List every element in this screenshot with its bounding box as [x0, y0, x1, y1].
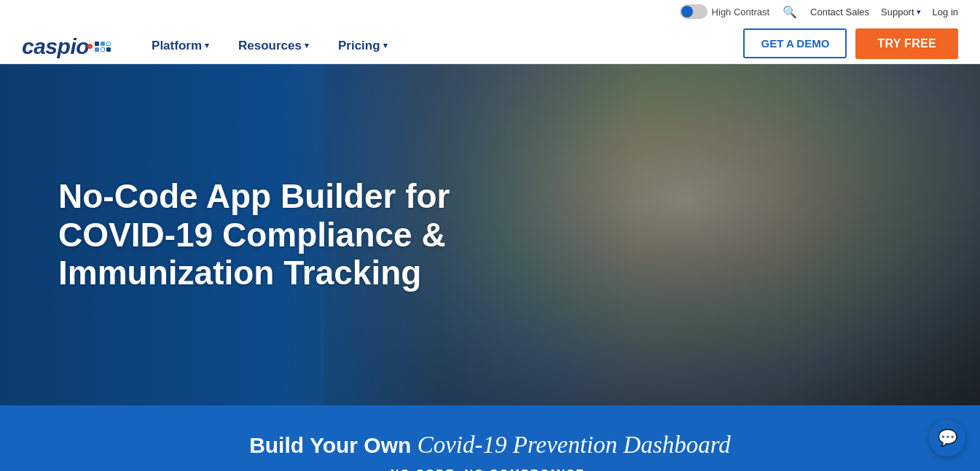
contact-sales-link[interactable]: Contact Sales: [810, 7, 869, 17]
high-contrast-label: High Contrast: [712, 7, 769, 17]
login-link[interactable]: Log in: [933, 7, 958, 17]
platform-chevron-icon: ▾: [205, 41, 209, 50]
hero-title: No-Code App Builder for COVID-19 Complia…: [58, 177, 532, 293]
hero-section: No-Code App Builder for COVID-19 Complia…: [0, 64, 980, 405]
dash-right-icon: —: [598, 467, 613, 471]
blue-cta-section: Build Your Own Covid-19 Prevention Dashb…: [0, 405, 980, 471]
pricing-chevron-icon: ▾: [383, 41, 388, 50]
toggle-track[interactable]: [680, 4, 707, 19]
site-header: High Contrast 🔍 Contact Sales Support ▾ …: [0, 0, 980, 64]
support-chevron-icon: ▾: [917, 7, 921, 17]
blue-section-subtitle: — NO CODE. NO COMPROMISE. —: [367, 467, 614, 471]
toggle-thumb: [681, 6, 693, 17]
hero-content: No-Code App Builder for COVID-19 Complia…: [0, 64, 980, 405]
high-contrast-toggle[interactable]: High Contrast: [680, 4, 769, 19]
search-icon[interactable]: 🔍: [783, 5, 797, 19]
logo-text: caspio: [22, 34, 89, 59]
main-nav: Platform ▾ Resources ▾ Pricing ▾: [140, 33, 743, 59]
logo-grid-icon: [95, 42, 111, 52]
topbar: High Contrast 🔍 Contact Sales Support ▾ …: [680, 0, 958, 23]
nav-platform[interactable]: Platform ▾: [140, 33, 221, 59]
blue-section-italic: Covid-19 Prevention Dashboard: [418, 432, 731, 458]
blue-section-title: Build Your Own Covid-19 Prevention Dashb…: [249, 431, 731, 460]
try-free-button[interactable]: TRY FREE: [855, 28, 958, 59]
nav-pricing[interactable]: Pricing ▾: [326, 33, 399, 59]
dash-left-icon: —: [367, 467, 382, 471]
chat-bubble-button[interactable]: 💬: [929, 420, 965, 456]
support-link[interactable]: Support ▾: [881, 7, 921, 17]
top-links: Contact Sales Support ▾ Log in: [810, 7, 958, 17]
get-a-demo-button[interactable]: GET A DEMO: [743, 28, 847, 58]
chat-icon: 💬: [938, 429, 957, 448]
logo-dot-icon: [87, 44, 93, 49]
header-cta: GET A DEMO TRY FREE: [743, 28, 958, 59]
logo[interactable]: caspio: [22, 34, 111, 59]
nav-resources[interactable]: Resources ▾: [227, 33, 321, 59]
resources-chevron-icon: ▾: [305, 41, 309, 50]
